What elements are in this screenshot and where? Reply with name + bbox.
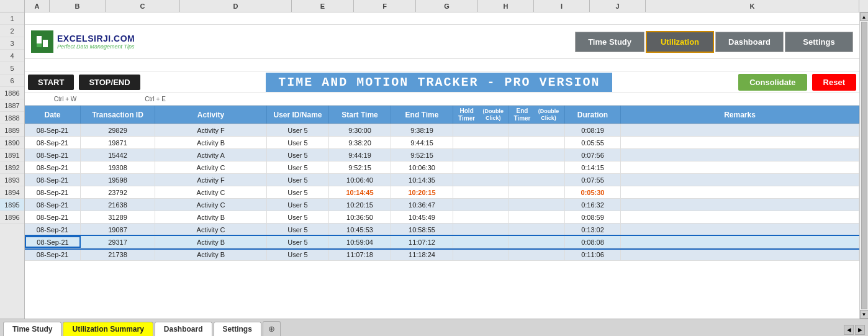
cell-date: 08-Sep-21	[25, 236, 81, 248]
table-row[interactable]: 08-Sep-21 19598 Activity F User 5 10:06:…	[25, 174, 859, 186]
col-header-g[interactable]: G	[416, 0, 478, 12]
cell-user: User 5	[267, 248, 329, 260]
table-row[interactable]: 08-Sep-21 29829 Activity F User 5 9:30:0…	[25, 124, 859, 137]
row-num-3: 3	[0, 37, 24, 50]
stop-button[interactable]: STOP/END	[79, 75, 140, 90]
col-header-i[interactable]: I	[534, 0, 590, 12]
table-row[interactable]: 08-Sep-21 23792 Activity C User 5 10:14:…	[25, 186, 859, 199]
tab-scroll-right[interactable]: ▶	[855, 325, 865, 335]
cell-date: 08-Sep-21	[25, 174, 81, 186]
consolidate-button[interactable]: Consolidate	[738, 74, 807, 91]
table-row[interactable]: 08-Sep-21 19871 Activity B User 5 9:38:2…	[25, 137, 859, 149]
cell-hold	[453, 149, 509, 161]
tab-scroll-left[interactable]: ◀	[844, 325, 854, 335]
table-row[interactable]: 08-Sep-21 21638 Activity C User 5 10:20:…	[25, 199, 859, 211]
cell-remarks	[621, 186, 859, 198]
cell-activity: Activity B	[155, 236, 267, 248]
logo-text: EXCELSIRJI.COM Perfect Data Management T…	[57, 34, 135, 50]
spreadsheet-content: EXCELSIRJI.COM Perfect Data Management T…	[25, 12, 859, 319]
cell-remarks	[621, 211, 859, 223]
col-header-k[interactable]: K	[646, 0, 859, 12]
table-row[interactable]: 08-Sep-21 29317 Activity B User 5 10:59:…	[25, 236, 859, 248]
start-button[interactable]: START	[28, 75, 74, 90]
col-header-duration: Duration	[565, 106, 621, 124]
row-num-1888: 1888	[0, 112, 24, 124]
col-header-j[interactable]: J	[590, 0, 646, 12]
col-header-hold: Hold Timer(Double Click)	[453, 106, 509, 124]
cell-hold	[453, 186, 509, 198]
row-numbers: 1 2 3 4 5 6 1886 1887 1888 1889 1890 189…	[0, 12, 25, 319]
tab-time-study[interactable]: Time Study	[3, 322, 61, 336]
table-row[interactable]: 08-Sep-21 19087 Activity C User 5 10:45:…	[25, 224, 859, 236]
cell-txn: 19871	[81, 137, 155, 148]
col-header-e[interactable]: E	[292, 0, 354, 12]
cell-duration: 0:05:55	[565, 137, 621, 148]
cell-start: 10:59:04	[329, 236, 391, 248]
col-header-a[interactable]: A	[25, 0, 50, 12]
table-row[interactable]: 08-Sep-21 21738 Activity B User 5 11:07:…	[25, 248, 859, 261]
logo-main-text: EXCELSIRJI.COM	[57, 34, 135, 43]
table-row[interactable]: 08-Sep-21 31289 Activity B User 5 10:36:…	[25, 211, 859, 224]
cell-duration: 0:13:02	[565, 224, 621, 235]
svg-rect-1	[43, 40, 48, 47]
cell-duration: 0:11:06	[565, 248, 621, 260]
nav-btn-utilization[interactable]: Utilization	[646, 31, 714, 53]
cell-user: User 5	[267, 236, 329, 248]
nav-btn-time-study[interactable]: Time Study	[575, 32, 644, 52]
cell-txn: 29829	[81, 124, 155, 136]
cell-start: 10:20:15	[329, 199, 391, 211]
col-header-remarks: Remarks	[621, 106, 859, 124]
toolbar-row: START STOP/END Time And Motion Tracker -…	[25, 71, 859, 93]
cell-txn: 23792	[81, 186, 155, 198]
cell-start: 10:14:45	[329, 186, 391, 198]
cell-end: 11:07:12	[391, 236, 453, 248]
row-num-6: 6	[0, 75, 24, 87]
tab-settings[interactable]: Settings	[214, 322, 261, 336]
col-header-user: User ID/Name	[267, 106, 329, 124]
cell-end: 10:14:35	[391, 174, 453, 186]
cell-hold	[453, 248, 509, 260]
cell-start: 9:52:15	[329, 161, 391, 173]
cell-start: 9:44:19	[329, 149, 391, 161]
reset-button[interactable]: Reset	[812, 74, 856, 91]
nav-btn-settings[interactable]: Settings	[785, 32, 853, 52]
tab-utilization-summary[interactable]: Utilization Summary	[63, 322, 153, 336]
cell-activity: Activity C	[155, 199, 267, 211]
cell-endtimer	[509, 137, 565, 148]
row-num-1889: 1889	[0, 124, 24, 137]
scroll-down-button[interactable]: ▼	[860, 310, 869, 319]
cell-duration: 0:05:30	[565, 186, 621, 198]
col-header-d[interactable]: D	[180, 0, 292, 12]
tab-dashboard[interactable]: Dashboard	[155, 322, 212, 336]
nav-btn-dashboard[interactable]: Dashboard	[715, 32, 784, 52]
table-row[interactable]: 08-Sep-21 15442 Activity A User 5 9:44:1…	[25, 149, 859, 161]
shortcuts-row: Ctrl + W Ctrl + E	[25, 93, 859, 106]
col-header-c[interactable]: C	[106, 0, 180, 12]
cell-date: 08-Sep-21	[25, 161, 81, 173]
cell-remarks	[621, 161, 859, 173]
col-header-h[interactable]: H	[478, 0, 534, 12]
col-header-f[interactable]: F	[354, 0, 416, 12]
cell-date: 08-Sep-21	[25, 149, 81, 161]
cell-remarks	[621, 124, 859, 136]
cell-endtimer	[509, 174, 565, 186]
cell-remarks	[621, 224, 859, 235]
cell-activity: Activity C	[155, 224, 267, 235]
cell-user: User 5	[267, 186, 329, 198]
empty-row-1	[25, 12, 859, 25]
vertical-scrollbar[interactable]: ▲ ▼	[859, 12, 868, 319]
scroll-up-button[interactable]: ▲	[860, 12, 869, 21]
cell-hold	[453, 199, 509, 211]
table-row[interactable]: 08-Sep-21 19308 Activity C User 5 9:52:1…	[25, 161, 859, 174]
logo-icon	[31, 30, 53, 53]
col-header-date: Date	[25, 106, 81, 124]
col-header-txn: Transaction ID	[81, 106, 155, 124]
cell-txn: 19087	[81, 224, 155, 235]
cell-txn: 21638	[81, 199, 155, 211]
col-header-start: Start Time	[329, 106, 391, 124]
row-num-1887: 1887	[0, 99, 24, 112]
cell-hold	[453, 236, 509, 248]
col-header-b[interactable]: B	[50, 0, 106, 12]
add-sheet-button[interactable]: ⊕	[263, 321, 281, 336]
cell-start: 10:36:50	[329, 211, 391, 223]
